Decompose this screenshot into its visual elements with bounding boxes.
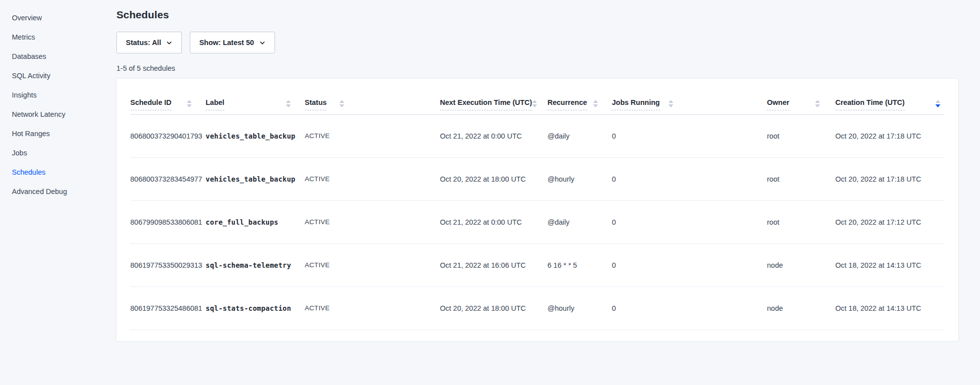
sort-up-icon <box>815 100 820 103</box>
schedules-table-card: Schedule IDLabelStatusNext Execution Tim… <box>116 79 958 341</box>
show-filter-label: Show: Latest 50 <box>199 39 254 47</box>
column-title: Next Execution Time (UTC) <box>440 98 532 110</box>
column-title: Label <box>206 98 224 110</box>
table-row: 806799098533806081core_full_backupsACTIV… <box>130 200 944 243</box>
cell-jobs-running: 0 <box>612 157 767 200</box>
cell-label: core_full_backups <box>206 200 305 243</box>
column-header-label[interactable]: Label <box>206 79 305 114</box>
cell-status: ACTIVE <box>305 157 440 200</box>
cell-next-execution: Oct 21, 2022 at 16:06 UTC <box>440 243 547 287</box>
sidebar-item-network-latency[interactable]: Network Latency <box>0 110 92 118</box>
cell-status: ACTIVE <box>305 287 440 330</box>
column-title: Jobs Running <box>612 98 660 110</box>
sort-icon[interactable] <box>935 98 940 107</box>
sidebar-item-schedules[interactable]: Schedules <box>0 168 92 176</box>
sort-down-icon <box>593 104 598 107</box>
sidebar-item-overview[interactable]: Overview <box>0 14 92 22</box>
sort-up-icon <box>339 100 344 103</box>
cell-recurrence: @hourly <box>547 157 612 200</box>
sort-up-icon <box>935 100 940 103</box>
sidebar-nav-list: OverviewMetricsDatabasesSQL ActivityInsi… <box>0 14 92 195</box>
column-header-next-execution-time-utc[interactable]: Next Execution Time (UTC) <box>440 79 547 114</box>
sort-icon[interactable] <box>187 98 192 107</box>
cell-schedule-id: 806800373290401793 <box>130 114 206 157</box>
table-header-row: Schedule IDLabelStatusNext Execution Tim… <box>130 79 944 114</box>
sidebar-item-databases[interactable]: Databases <box>0 52 92 60</box>
table-row: 806800373283454977vehicles_table_backupA… <box>130 157 944 200</box>
sidebar-item-advanced-debug[interactable]: Advanced Debug <box>0 188 92 195</box>
filter-bar: Status: All Show: Latest 50 <box>116 32 958 53</box>
cell-next-execution: Oct 20, 2022 at 18:00 UTC <box>440 287 547 330</box>
cell-status: ACTIVE <box>305 114 440 157</box>
sort-down-icon <box>532 104 537 107</box>
status-filter-dropdown[interactable]: Status: All <box>116 32 182 53</box>
sort-down-icon <box>339 104 344 107</box>
sort-up-icon <box>187 100 192 103</box>
sidebar-item-hot-ranges[interactable]: Hot Ranges <box>0 130 92 138</box>
cell-creation-time: Oct 20, 2022 at 17:12 UTC <box>835 200 944 243</box>
sort-down-icon <box>187 104 192 107</box>
column-header-status[interactable]: Status <box>305 79 440 114</box>
cell-label: sql-stats-compaction <box>206 287 305 330</box>
sidebar-item-sql-activity[interactable]: SQL Activity <box>0 72 92 80</box>
chevron-down-icon <box>166 40 172 46</box>
sort-down-icon <box>935 104 940 107</box>
table-body: 806800373290401793vehicles_table_backupA… <box>130 114 944 330</box>
cell-owner: root <box>767 200 835 243</box>
show-filter-dropdown[interactable]: Show: Latest 50 <box>190 32 274 53</box>
column-header-creation-time-utc[interactable]: Creation Time (UTC) <box>835 79 944 114</box>
cell-next-execution: Oct 21, 2022 at 0:00 UTC <box>440 200 547 243</box>
sidebar-item-insights[interactable]: Insights <box>0 91 92 99</box>
table-row: 806197753325486081sql-stats-compactionAC… <box>130 287 944 330</box>
column-title: Status <box>305 98 327 110</box>
sort-up-icon <box>286 100 291 103</box>
cell-status: ACTIVE <box>305 243 440 287</box>
cell-jobs-running: 0 <box>612 200 767 243</box>
cell-recurrence: 6 16 * * 5 <box>547 243 612 287</box>
column-title: Schedule ID <box>130 98 171 110</box>
cell-next-execution: Oct 20, 2022 at 18:00 UTC <box>440 157 547 200</box>
cell-creation-time: Oct 20, 2022 at 17:18 UTC <box>835 114 944 157</box>
sidebar: OverviewMetricsDatabasesSQL ActivityInsi… <box>0 0 92 385</box>
cell-creation-time: Oct 20, 2022 at 17:18 UTC <box>835 157 944 200</box>
column-header-owner[interactable]: Owner <box>767 79 835 114</box>
sort-up-icon <box>593 100 598 103</box>
cell-owner: node <box>767 243 835 287</box>
sort-up-icon <box>532 100 537 103</box>
cell-label: vehicles_table_backup <box>206 157 305 200</box>
sort-icon[interactable] <box>593 98 598 107</box>
cell-label: sql-schema-telemetry <box>206 243 305 287</box>
cell-schedule-id: 806799098533806081 <box>130 200 206 243</box>
sort-up-icon <box>668 100 673 103</box>
column-header-schedule-id[interactable]: Schedule ID <box>130 79 206 114</box>
column-title: Creation Time (UTC) <box>835 98 905 110</box>
sidebar-item-metrics[interactable]: Metrics <box>0 33 92 41</box>
cell-jobs-running: 0 <box>612 243 767 287</box>
cell-recurrence: @hourly <box>547 287 612 330</box>
cell-jobs-running: 0 <box>612 114 767 157</box>
cell-owner: root <box>767 114 835 157</box>
cell-recurrence: @daily <box>547 200 612 243</box>
sort-icon[interactable] <box>339 98 344 107</box>
sort-icon[interactable] <box>286 98 291 107</box>
sort-icon[interactable] <box>668 98 673 107</box>
sidebar-item-jobs[interactable]: Jobs <box>0 149 92 157</box>
cell-status: ACTIVE <box>305 200 440 243</box>
cell-next-execution: Oct 21, 2022 at 0:00 UTC <box>440 114 547 157</box>
cell-owner: node <box>767 287 835 330</box>
sort-down-icon <box>668 104 673 107</box>
cell-owner: root <box>767 157 835 200</box>
cell-recurrence: @daily <box>547 114 612 157</box>
column-title: Owner <box>767 98 789 110</box>
cell-creation-time: Oct 18, 2022 at 14:13 UTC <box>835 243 944 287</box>
table-row: 806800373290401793vehicles_table_backupA… <box>130 114 944 157</box>
column-header-jobs-running[interactable]: Jobs Running <box>612 79 767 114</box>
cell-creation-time: Oct 18, 2022 at 14:13 UTC <box>835 287 944 330</box>
cell-schedule-id: 806197753350029313 <box>130 243 206 287</box>
column-header-recurrence[interactable]: Recurrence <box>547 79 612 114</box>
sort-down-icon <box>286 104 291 107</box>
cell-schedule-id: 806800373283454977 <box>130 157 206 200</box>
sort-icon[interactable] <box>532 98 537 107</box>
cell-jobs-running: 0 <box>612 287 767 330</box>
sort-icon[interactable] <box>815 98 820 107</box>
